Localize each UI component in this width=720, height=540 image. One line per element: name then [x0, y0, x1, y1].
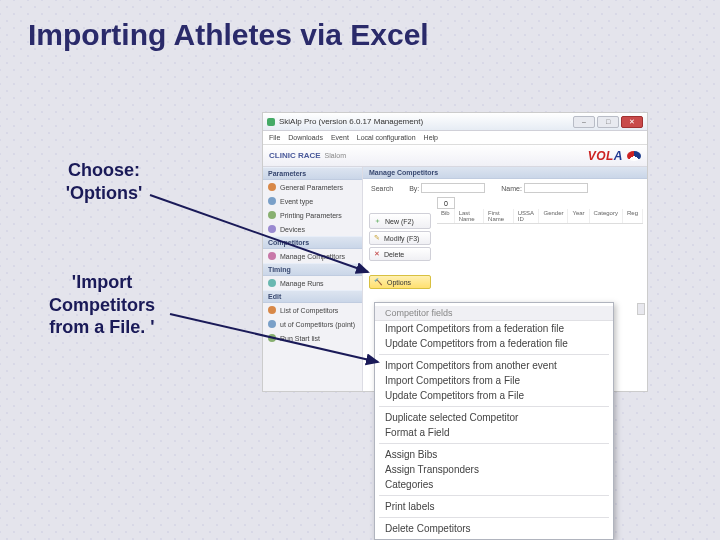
scrollbar[interactable] [637, 303, 645, 315]
menu-help[interactable]: Help [424, 134, 438, 141]
clock-icon [268, 279, 276, 287]
people-icon [268, 252, 276, 260]
hammer-icon: 🔨 [374, 278, 383, 286]
name-label: Name: [501, 185, 522, 192]
sidebar-item-printing[interactable]: Printing Parameters [263, 208, 362, 222]
event-discipline: Slalom [325, 152, 346, 159]
minimize-button[interactable]: – [573, 116, 595, 128]
sidebar-header-parameters: Parameters [263, 167, 362, 180]
new-button[interactable]: ＋New (F2) [369, 213, 431, 229]
dd-delete-competitors[interactable]: Delete Competitors [375, 521, 613, 536]
sidebar-item-manage-runs[interactable]: Manage Runs [263, 276, 362, 290]
delete-button[interactable]: ✕Delete [369, 247, 431, 261]
menu-event[interactable]: Event [331, 134, 349, 141]
menu-file[interactable]: File [269, 134, 280, 141]
dropdown-header: Competitor fields [375, 306, 613, 321]
options-dropdown: Competitor fields Import Competitors fro… [374, 302, 614, 540]
window-title: SkiAlp Pro (version 6.0.17 Management) [279, 117, 423, 126]
col-bib[interactable]: Bib [437, 209, 455, 223]
sidebar-item-event-type[interactable]: Event type [263, 194, 362, 208]
modify-button[interactable]: ✎Modify (F3) [369, 231, 431, 245]
callout-import-file: 'Import Competitors from a File. ' [22, 271, 182, 339]
search-bar: Search By: Name: [363, 179, 647, 197]
app-icon [267, 118, 275, 126]
sidebar-header-timing: Timing [263, 263, 362, 276]
dd-print-labels[interactable]: Print labels [375, 499, 613, 514]
dd-update-federation[interactable]: Update Competitors from a federation fil… [375, 336, 613, 351]
action-buttons: ＋New (F2) ✎Modify (F3) ✕Delete 🔨Options [369, 213, 431, 291]
tag-icon [268, 197, 276, 205]
search-label: Search [371, 185, 393, 192]
separator [379, 443, 609, 444]
dd-categories[interactable]: Categories [375, 477, 613, 492]
device-icon [268, 225, 276, 233]
flag-icon [268, 334, 276, 342]
list-icon [268, 306, 276, 314]
col-lastname[interactable]: Last Name [455, 209, 484, 223]
dd-update-file[interactable]: Update Competitors from a File [375, 388, 613, 403]
sidebar-item-list-point[interactable]: ut of Competitors (point) [263, 317, 362, 331]
menu-local-config[interactable]: Local configuration [357, 134, 416, 141]
brand-logo: VOLA [588, 149, 623, 163]
competitors-grid: Bib Last Name First Name USSA ID Gender … [437, 209, 643, 223]
dd-assign-bibs[interactable]: Assign Bibs [375, 447, 613, 462]
col-category[interactable]: Category [590, 209, 623, 223]
x-icon: ✕ [374, 250, 380, 258]
page-number[interactable]: 0 [437, 197, 455, 209]
separator [379, 354, 609, 355]
titlebar: SkiAlp Pro (version 6.0.17 Management) –… [263, 113, 647, 131]
col-year[interactable]: Year [568, 209, 589, 223]
col-firstname[interactable]: First Name [484, 209, 514, 223]
slide-title: Importing Athletes via Excel [0, 0, 720, 52]
sidebar: Parameters General Parameters Event type… [263, 167, 363, 391]
sidebar-item-devices[interactable]: Devices [263, 222, 362, 236]
search-by-input[interactable] [421, 183, 485, 193]
printer-icon [268, 211, 276, 219]
event-name: CLINIC RACE [269, 151, 321, 160]
sidebar-item-list[interactable]: List of Competitors [263, 303, 362, 317]
event-header: CLINIC RACE Slalom VOLA [263, 145, 647, 167]
separator [379, 406, 609, 407]
separator [379, 495, 609, 496]
close-button[interactable]: ✕ [621, 116, 643, 128]
gear-icon [268, 183, 276, 191]
plus-icon: ＋ [374, 216, 381, 226]
dd-import-event[interactable]: Import Competitors from another event [375, 358, 613, 373]
dd-duplicate[interactable]: Duplicate selected Competitor [375, 410, 613, 425]
by-label: By: [409, 185, 419, 192]
dd-import-file[interactable]: Import Competitors from a File [375, 373, 613, 388]
dd-import-federation[interactable]: Import Competitors from a federation fil… [375, 321, 613, 336]
col-gender[interactable]: Gender [539, 209, 568, 223]
flag-icon [627, 151, 641, 161]
list-icon [268, 320, 276, 328]
pencil-icon: ✎ [374, 234, 380, 242]
sidebar-header-competitors: Competitors [263, 236, 362, 249]
panel-title: Manage Competitors [363, 167, 647, 179]
separator [379, 517, 609, 518]
col-reg[interactable]: Reg [623, 209, 643, 223]
menubar: File Downloads Event Local configuration… [263, 131, 647, 145]
menu-downloads[interactable]: Downloads [288, 134, 323, 141]
maximize-button[interactable]: □ [597, 116, 619, 128]
callout-choose-options: Choose: 'Options' [44, 159, 164, 204]
search-name-input[interactable] [524, 183, 588, 193]
sidebar-item-run-startlist[interactable]: Run Start list [263, 331, 362, 345]
dd-format-field[interactable]: Format a Field [375, 425, 613, 440]
sidebar-item-general[interactable]: General Parameters [263, 180, 362, 194]
sidebar-header-edit: Edit [263, 290, 362, 303]
dd-assign-transponders[interactable]: Assign Transponders [375, 462, 613, 477]
options-button[interactable]: 🔨Options [369, 275, 431, 289]
sidebar-item-manage-competitors[interactable]: Manage Competitors [263, 249, 362, 263]
col-ussa[interactable]: USSA ID [514, 209, 540, 223]
